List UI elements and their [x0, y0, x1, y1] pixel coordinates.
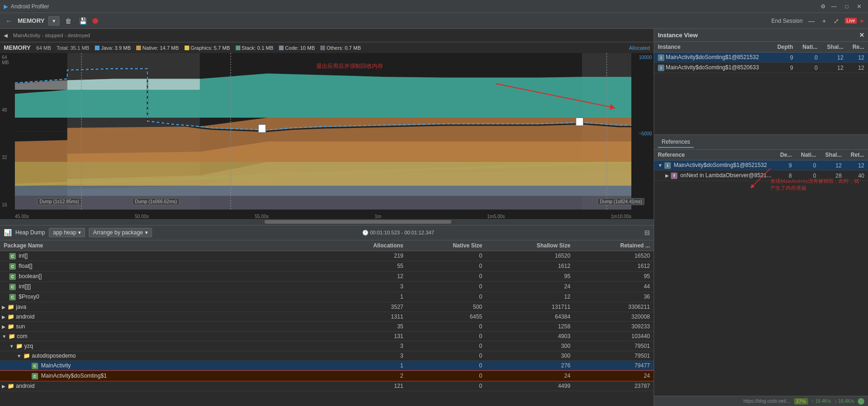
- instance-row[interactable]: iMainActivity$doSomting$1@8520633 9 0 12…: [654, 63, 868, 73]
- col-shallow-size[interactable]: Shallow Size: [486, 240, 574, 251]
- native-cell: 0: [407, 292, 486, 302]
- toolbar: ← MEMORY ▾ 🗑 💾 End Session — + ⤢ Live ▶: [0, 13, 868, 29]
- live-badge: Live: [845, 18, 857, 24]
- ref-col-retained[interactable]: Ret...: [845, 150, 868, 160]
- ref-col-depth[interactable]: De...: [775, 150, 795, 160]
- native-dot: [136, 46, 141, 50]
- inst-col-retained[interactable]: Re...: [847, 42, 868, 53]
- zoom-in-button[interactable]: +: [820, 16, 828, 26]
- instance-icon: i: [658, 54, 664, 61]
- col-retained[interactable]: Retained ...: [574, 240, 654, 251]
- table-row[interactable]: C int[] 219 0 16520 16520: [0, 251, 654, 261]
- maximize-btn[interactable]: □: [842, 3, 851, 10]
- instance-table: Instance Depth Nati... Shal... Re...: [654, 42, 868, 73]
- col-allocations[interactable]: Allocations: [327, 240, 407, 251]
- expand-btn[interactable]: ▶: [2, 384, 6, 389]
- expand-btn[interactable]: ▼: [9, 344, 14, 349]
- expand-btn[interactable]: ▶: [2, 305, 6, 310]
- expand-btn[interactable]: ▶: [2, 314, 6, 319]
- references-tab: References: [654, 135, 868, 150]
- delete-button[interactable]: 🗑: [63, 16, 73, 26]
- inst-col-depth[interactable]: Depth: [772, 42, 797, 53]
- ref-expand-btn[interactable]: ▼: [658, 163, 663, 168]
- col-package-name[interactable]: Package Name: [0, 240, 327, 251]
- table-row[interactable]: ▶📁 sun 35 0 1258 309233: [0, 321, 654, 331]
- back-button[interactable]: ←: [4, 16, 14, 26]
- x-axis: 45.00s 50.00s 55.00s 1m 1m5.00s 1m10.00s: [15, 214, 631, 219]
- left-panel: ◀ MainActivity - stopped - destroyed MEM…: [0, 29, 654, 406]
- instance-icon: i: [658, 65, 664, 71]
- expand-btn[interactable]: ▼: [2, 334, 7, 339]
- inst-shallow-cell: 12: [822, 63, 848, 73]
- minimize-btn[interactable]: —: [828, 3, 840, 10]
- table-row[interactable]: C int[][] 3 0 24 44: [0, 281, 654, 292]
- references-tab-label[interactable]: References: [658, 137, 694, 148]
- main-layout: ◀ MainActivity - stopped - destroyed MEM…: [0, 29, 868, 406]
- table-row[interactable]: C boolean[] 12 0 95 95: [0, 271, 654, 281]
- scrollbar-thumb[interactable]: [265, 220, 452, 224]
- table-row[interactable]: ▶📁 android 1311 6455 64384 320008: [0, 312, 654, 321]
- col-native-size[interactable]: Native Size: [407, 240, 486, 251]
- end-session-button[interactable]: End Session: [771, 18, 802, 24]
- java-mem: Java: 3.9 MB: [95, 45, 131, 51]
- dropdown-arrow-3: ▾: [145, 229, 148, 236]
- inst-col-instance[interactable]: Instance: [654, 42, 772, 53]
- table-row[interactable]: ▶📁 java 3527 500 131711 3306211: [0, 302, 654, 312]
- chart-canvas[interactable]: 64 MB 48 32 16 10000 ~5000: [0, 53, 654, 219]
- restore-button[interactable]: ⤢: [832, 16, 841, 26]
- filter-icon[interactable]: ⊟: [644, 229, 650, 236]
- zoom-out-button[interactable]: —: [806, 16, 816, 26]
- record-stop-button[interactable]: [93, 18, 98, 24]
- table-row[interactable]: C MainActivity 1 0 276 79477: [0, 360, 654, 371]
- upload-speed: ↑ 16.4K/s: [812, 399, 831, 404]
- native-cell: 0: [407, 371, 486, 381]
- folder-icon: 📁: [7, 383, 14, 389]
- inst-col-native[interactable]: Nati...: [797, 42, 822, 53]
- table-row[interactable]: ▼📁 yzq 3 0 300 79501: [0, 341, 654, 351]
- right-panel: Instance View ✕ Instance Depth Nati...: [654, 29, 868, 406]
- inst-native-cell: 0: [797, 63, 822, 73]
- table-area[interactable]: Package Name Allocations Native Size Sha…: [0, 240, 654, 406]
- ref-col-reference[interactable]: Reference: [654, 150, 775, 160]
- memory-label: MEMORY: [18, 17, 45, 24]
- ref-col-native[interactable]: Nati...: [795, 150, 820, 160]
- others-dot: [320, 46, 325, 50]
- close-instance-view-btn[interactable]: ✕: [859, 32, 864, 39]
- inst-depth-cell: 9: [772, 63, 797, 73]
- settings-icon[interactable]: ⚙: [821, 3, 826, 10]
- java-dot: [95, 46, 99, 50]
- end-session-label: End Session: [771, 18, 802, 24]
- collapse-chart-btn[interactable]: ◀: [4, 33, 7, 39]
- expand-btn[interactable]: ▼: [17, 353, 21, 359]
- scrollbar-area[interactable]: [0, 219, 654, 226]
- native-cell: 500: [407, 302, 486, 312]
- inst-col-shallow[interactable]: Shal...: [822, 42, 848, 53]
- shallow-cell: 95: [486, 271, 574, 281]
- pkg-name-cell: ▶📁 sun: [0, 321, 327, 331]
- native-mem: Native: 14.7 MB: [136, 45, 179, 51]
- shallow-cell: 276: [486, 360, 574, 371]
- close-btn[interactable]: ✕: [854, 3, 864, 10]
- table-row[interactable]: ▼📁 autodisposedemo 3 0 300 79501: [0, 351, 654, 360]
- dump-label-1: Dump (1s12.85ms): [37, 198, 81, 205]
- pkg-name-cell: C MainActivity$doSomting$1: [0, 371, 327, 381]
- native-cell: 6455: [407, 312, 486, 321]
- expand-btn[interactable]: ▶: [2, 324, 6, 329]
- folder-icon: 📁: [7, 323, 14, 330]
- save-button[interactable]: 💾: [77, 16, 89, 26]
- arrange-by-dropdown[interactable]: Arrange by package ▾: [89, 228, 152, 237]
- retained-cell: 1612: [574, 261, 654, 271]
- instance-row[interactable]: iMainActivity$doSomting$1@8521532 9 0 12…: [654, 53, 868, 63]
- retained-cell: 24: [574, 371, 654, 381]
- shallow-cell: 300: [486, 351, 574, 360]
- table-row[interactable]: C MainActivity$doSomting$1 2 0 24 24: [0, 371, 654, 381]
- memory-dropdown[interactable]: ▾: [48, 16, 60, 26]
- table-row[interactable]: C float[] 55 0 1612 1612: [0, 261, 654, 271]
- instance-table-area[interactable]: Instance Depth Nati... Shal... Re...: [654, 42, 868, 135]
- table-row[interactable]: C $Proxy0 1 0 12 36: [0, 292, 654, 302]
- app-heap-dropdown[interactable]: app heap ▾: [49, 228, 85, 237]
- table-row[interactable]: ▶📁 android 121 0 4499 23787: [0, 381, 654, 391]
- ref-expand-btn[interactable]: ▶: [665, 173, 669, 178]
- ref-col-shallow[interactable]: Shal...: [820, 150, 845, 160]
- table-row[interactable]: ▼📁 com 131 0 4903 103440: [0, 331, 654, 341]
